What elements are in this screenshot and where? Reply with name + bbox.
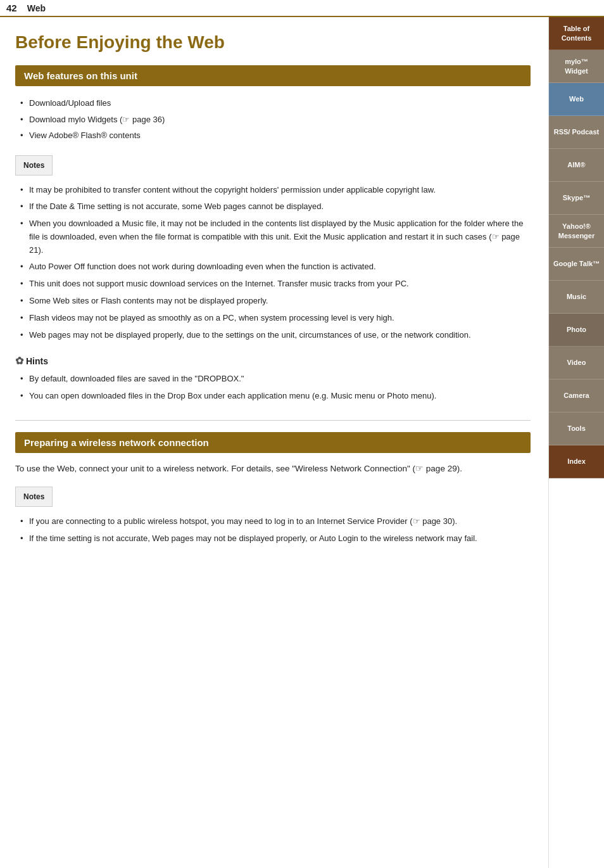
sidebar-item-web[interactable]: Web xyxy=(549,83,604,116)
page-title: Before Enjoying the Web xyxy=(15,32,531,53)
list-item: You can open downloaded files in the Dro… xyxy=(20,388,531,405)
list-item: When you downloaded a Music file, it may… xyxy=(20,215,531,258)
notes1-label: Notes xyxy=(15,155,53,176)
main-content: Before Enjoying the Web Web features on … xyxy=(0,17,548,868)
hints-list: By default, downloaded files are saved i… xyxy=(15,371,531,405)
section1-header: Web features on this unit xyxy=(15,65,531,86)
sidebar-item-yahoo[interactable]: Yahoo!® Messenger xyxy=(549,215,604,248)
features-list: Download/Upload filesDownload mylo Widge… xyxy=(15,95,531,144)
section2-header: Preparing a wireless network connection xyxy=(15,432,531,453)
list-item: This unit does not support music downloa… xyxy=(20,276,531,293)
list-item: Web pages may not be displayed properly,… xyxy=(20,327,531,344)
list-item: If the Date & Time setting is not accura… xyxy=(20,198,531,215)
sidebar: Table of Contentsmylo™ WidgetWebRSS/ Pod… xyxy=(548,17,604,868)
top-bar-title: Web xyxy=(27,3,46,13)
hints-header: ✿ Hints xyxy=(15,355,531,367)
sidebar-item-tools[interactable]: Tools xyxy=(549,412,604,445)
list-item: It may be prohibited to transfer content… xyxy=(20,182,531,199)
hints-icon: ✿ xyxy=(15,355,23,367)
layout: Before Enjoying the Web Web features on … xyxy=(0,17,604,868)
list-item: If you are connecting to a public wirele… xyxy=(20,513,531,530)
list-item: Auto Power Off function does not work du… xyxy=(20,258,531,276)
wireless-body: To use the Web, connect your unit to a w… xyxy=(15,462,531,476)
notes2-label: Notes xyxy=(15,487,53,507)
sidebar-item-music[interactable]: Music xyxy=(549,281,604,314)
sidebar-item-skype[interactable]: Skype™ xyxy=(549,182,604,215)
sidebar-item-aim[interactable]: AIM® xyxy=(549,149,604,182)
list-item: Some Web sites or Flash contents may not… xyxy=(20,293,531,310)
list-item: If the time setting is not accurate, Web… xyxy=(20,530,531,547)
sidebar-item-google[interactable]: Google Talk™ xyxy=(549,248,604,281)
sidebar-item-camera[interactable]: Camera xyxy=(549,380,604,412)
list-item: Download mylo Widgets (☞ page 36) xyxy=(20,112,531,128)
hints-label: Hints xyxy=(26,356,48,366)
sidebar-item-rss[interactable]: RSS/ Podcast xyxy=(549,116,604,149)
section-divider xyxy=(15,420,531,421)
page-number: 42 xyxy=(6,3,17,13)
list-item: By default, downloaded files are saved i… xyxy=(20,371,531,388)
top-bar: 42 Web xyxy=(0,0,604,17)
list-item: Flash videos may not be played as smooth… xyxy=(20,310,531,327)
sidebar-item-photo[interactable]: Photo xyxy=(549,314,604,347)
notes1-list: It may be prohibited to transfer content… xyxy=(15,182,531,344)
sidebar-item-mylo[interactable]: mylo™ Widget xyxy=(549,50,604,83)
notes2-list: If you are connecting to a public wirele… xyxy=(15,513,531,547)
list-item: Download/Upload files xyxy=(20,95,531,112)
list-item: View Adobe® Flash® contents xyxy=(20,127,531,144)
sidebar-item-toc[interactable]: Table of Contents xyxy=(549,17,604,50)
sidebar-item-video[interactable]: Video xyxy=(549,347,604,380)
sidebar-item-index[interactable]: Index xyxy=(549,445,604,478)
